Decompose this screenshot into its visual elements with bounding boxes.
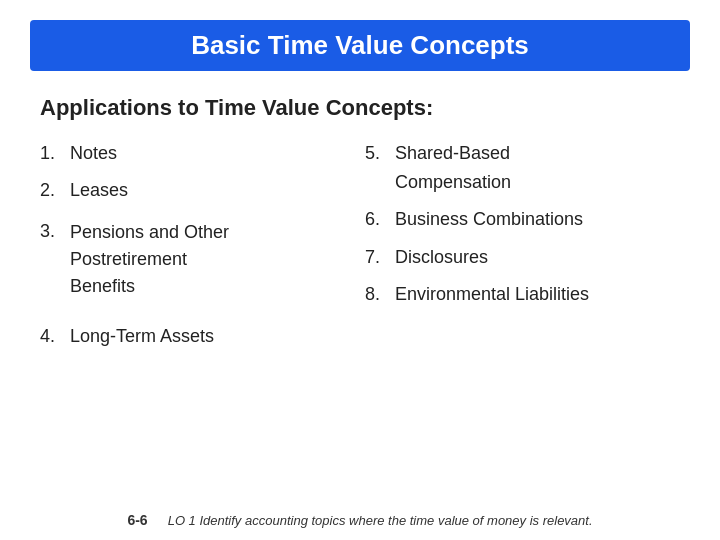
list-item-5-group: 5. Shared-Based Compensation bbox=[365, 141, 690, 195]
item-4-number: 4. bbox=[40, 324, 62, 349]
list-item-5: 5. Shared-Based bbox=[365, 141, 690, 166]
list-item-8: 8. Environmental Liabilities bbox=[365, 282, 690, 307]
item-6-text: Business Combinations bbox=[395, 207, 690, 232]
item-8-text: Environmental Liabilities bbox=[395, 282, 690, 307]
item-8-number: 8. bbox=[365, 282, 387, 307]
item-5-continuation: Compensation bbox=[365, 170, 690, 195]
slide-title: Basic Time Value Concepts bbox=[30, 20, 690, 71]
slide-container: Basic Time Value Concepts Applications t… bbox=[0, 0, 720, 540]
list-item-1: 1. Notes bbox=[40, 141, 365, 166]
item-3-number: 3. bbox=[40, 219, 62, 244]
page-number: 6-6 bbox=[127, 512, 147, 528]
lo-text: LO 1 Identify accounting topics where th… bbox=[168, 513, 593, 528]
left-column: 1. Notes 2. Leases 3. Pensions and Other… bbox=[40, 141, 365, 520]
right-column: 5. Shared-Based Compensation 6. Business… bbox=[365, 141, 690, 520]
list-item-4: 4. Long-Term Assets bbox=[40, 324, 365, 349]
item-2-text: Leases bbox=[70, 178, 365, 203]
footer: 6-6 LO 1 Identify accounting topics wher… bbox=[0, 512, 720, 528]
item-7-text: Disclosures bbox=[395, 245, 690, 270]
item-3-text: Pensions and OtherPostretirementBenefits bbox=[70, 219, 365, 300]
list-item-3: 3. Pensions and OtherPostretirementBenef… bbox=[40, 219, 365, 300]
list-item-6: 6. Business Combinations bbox=[365, 207, 690, 232]
item-6-number: 6. bbox=[365, 207, 387, 232]
content-area: 1. Notes 2. Leases 3. Pensions and Other… bbox=[30, 141, 690, 520]
item-7-number: 7. bbox=[365, 245, 387, 270]
item-1-text: Notes bbox=[70, 141, 365, 166]
list-item-2: 2. Leases bbox=[40, 178, 365, 203]
slide-subtitle: Applications to Time Value Concepts: bbox=[30, 95, 690, 121]
item-1-number: 1. bbox=[40, 141, 62, 166]
list-item-7: 7. Disclosures bbox=[365, 245, 690, 270]
item-5-text: Shared-Based bbox=[395, 141, 690, 166]
item-4-text: Long-Term Assets bbox=[70, 324, 365, 349]
item-2-number: 2. bbox=[40, 178, 62, 203]
item-5-number: 5. bbox=[365, 141, 387, 166]
